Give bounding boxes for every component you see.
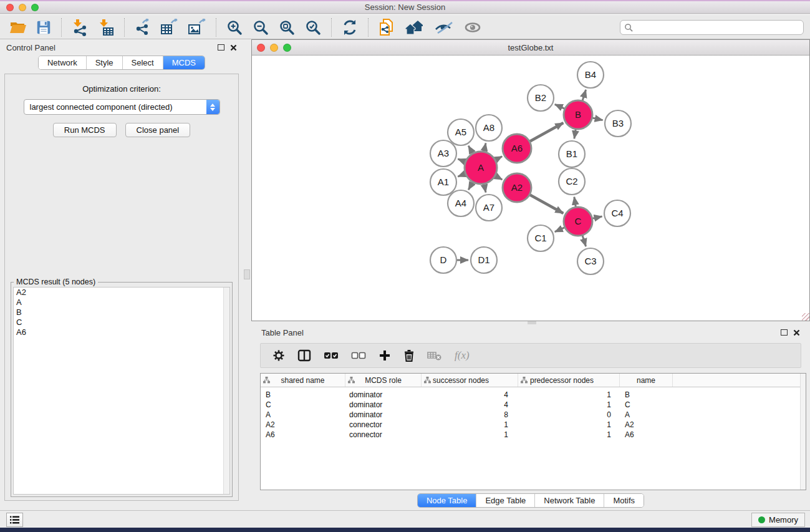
task-history-button[interactable] xyxy=(6,513,23,527)
table-cell: 4 xyxy=(422,390,518,399)
table-row[interactable]: Adominator80A xyxy=(261,410,806,420)
save-session-button[interactable] xyxy=(31,17,56,38)
graph-node-label-C4: C4 xyxy=(611,208,623,218)
graph-edge-A-A4[interactable] xyxy=(468,183,473,190)
clone-network-button[interactable] xyxy=(374,17,400,38)
column-header-shared-name[interactable]: shared name xyxy=(261,374,345,387)
network-canvas[interactable]: AA6A2BCA1A3A5A8A4A7B1B2B3B4C1C2C3C4DD1 xyxy=(252,56,809,321)
list-item[interactable]: A2 xyxy=(14,288,229,297)
graph-edge-C-C3[interactable] xyxy=(582,236,586,246)
tab-motifs[interactable]: Motifs xyxy=(604,494,644,507)
graph-edge-B-B4[interactable] xyxy=(582,90,586,100)
graph-edge-B-B1[interactable] xyxy=(574,130,576,139)
gear-icon xyxy=(272,349,285,362)
memory-button[interactable]: Memory xyxy=(751,513,805,527)
graph-edge-C-C2[interactable] xyxy=(574,197,576,207)
table-row[interactable]: Cdominator41C xyxy=(261,400,806,410)
network-frame: testGlobe.txt AA6A2BCA1A3A5A8A4A7B1B2B3B… xyxy=(251,39,810,321)
graph-edge-A-A1[interactable] xyxy=(458,174,465,177)
tab-edge-table[interactable]: Edge Table xyxy=(476,494,534,507)
float-panel-icon[interactable] xyxy=(781,329,788,336)
eye-slash-icon xyxy=(434,19,454,36)
import-table-button[interactable] xyxy=(93,17,119,38)
import-network-button[interactable] xyxy=(67,17,93,38)
zoom-in-button[interactable] xyxy=(221,17,248,38)
export-image-button[interactable] xyxy=(183,17,211,38)
left-splitter-handle[interactable] xyxy=(244,269,250,279)
table-row[interactable]: A2connector11A2 xyxy=(261,420,806,430)
tab-network[interactable]: Network xyxy=(39,56,86,69)
graph-node-label-C3: C3 xyxy=(584,256,596,266)
show-all-button[interactable] xyxy=(458,17,487,38)
graph-edge-A-A2[interactable] xyxy=(496,176,503,180)
home-button[interactable] xyxy=(400,17,430,38)
table-scrollbar[interactable] xyxy=(800,374,806,490)
hide-selected-button[interactable] xyxy=(430,17,458,38)
graph-node-label-C2: C2 xyxy=(566,176,577,186)
graph-edge-A-A5[interactable] xyxy=(468,146,473,153)
graph-edge-C-C1[interactable] xyxy=(555,228,564,232)
deselect-all-columns-button[interactable] xyxy=(347,346,370,365)
graph-edge-A2-C[interactable] xyxy=(530,195,563,213)
graph-edge-A-A3[interactable] xyxy=(458,159,465,162)
close-panel-button[interactable]: Close panel xyxy=(125,123,191,137)
zoom-fit-button[interactable] xyxy=(274,17,300,38)
column-header-mcds-role[interactable]: MCDS role xyxy=(345,374,422,387)
tab-style[interactable]: Style xyxy=(86,56,122,69)
network-graph[interactable]: AA6A2BCA1A3A5A8A4A7B1B2B3B4C1C2C3C4DD1 xyxy=(252,56,809,321)
graph-node-label-B: B xyxy=(575,109,581,120)
list-item[interactable]: C xyxy=(14,317,229,327)
list-item[interactable]: B xyxy=(14,307,229,317)
run-mcds-button[interactable]: Run MCDS xyxy=(53,123,117,137)
eye-icon xyxy=(463,19,483,36)
float-panel-icon[interactable] xyxy=(218,44,224,51)
export-table-button[interactable] xyxy=(156,17,183,38)
graph-edge-A-A7[interactable] xyxy=(484,184,486,192)
network-frame-titlebar[interactable]: testGlobe.txt xyxy=(252,40,809,56)
search-input[interactable] xyxy=(634,23,803,32)
table-row[interactable]: A6connector11A6 xyxy=(261,430,806,440)
show-columns-button[interactable] xyxy=(293,346,316,365)
column-header-filler xyxy=(673,374,806,387)
open-session-button[interactable] xyxy=(5,17,31,38)
list-item[interactable]: A6 xyxy=(14,327,229,337)
table-cell: 1 xyxy=(422,420,518,429)
graph-edge-C-C4[interactable] xyxy=(593,216,602,218)
open-folder-icon xyxy=(9,19,27,36)
table-settings-button[interactable] xyxy=(268,346,289,365)
delete-table-button[interactable] xyxy=(423,346,446,365)
graph-edge-A-A6[interactable] xyxy=(496,157,502,160)
mcds-result-list[interactable]: A2ABCA6 xyxy=(13,287,230,495)
table-row[interactable]: Bdominator41B xyxy=(261,390,806,400)
graph-node-label-A1: A1 xyxy=(438,177,449,187)
graph-edge-B-B2[interactable] xyxy=(555,104,564,109)
create-column-button[interactable] xyxy=(374,346,395,365)
column-header-successor-nodes[interactable]: successor nodes xyxy=(422,374,518,387)
list-scrollbar[interactable] xyxy=(223,288,229,494)
refresh-layout-button[interactable] xyxy=(337,17,363,38)
delete-column-button[interactable] xyxy=(399,346,419,365)
function-builder-button[interactable]: f(x) xyxy=(450,346,474,365)
tab-select[interactable]: Select xyxy=(122,56,163,69)
graph-edge-A-A8[interactable] xyxy=(484,143,486,151)
close-panel-icon[interactable] xyxy=(793,329,800,336)
column-header-name[interactable]: name xyxy=(620,374,673,387)
clone-network-icon xyxy=(378,18,395,37)
frame-resize-grip[interactable] xyxy=(802,313,809,321)
search-field[interactable] xyxy=(620,20,804,35)
list-item[interactable]: A xyxy=(14,297,229,307)
criterion-dropdown[interactable]: largest connected component (directed) xyxy=(24,99,220,115)
columns-icon xyxy=(297,349,311,362)
zoom-selected-button[interactable] xyxy=(300,17,326,38)
zoom-out-button[interactable] xyxy=(248,17,274,38)
export-network-button[interactable] xyxy=(130,17,156,38)
tab-mcds[interactable]: MCDS xyxy=(163,56,205,69)
graph-edge-B-B3[interactable] xyxy=(592,118,602,120)
column-header-predecessor-nodes[interactable]: predecessor nodes xyxy=(518,374,620,387)
graph-edge-A6-B[interactable] xyxy=(530,123,563,141)
refresh-icon xyxy=(341,19,359,36)
tab-network-table[interactable]: Network Table xyxy=(534,494,604,507)
close-panel-icon[interactable] xyxy=(230,44,237,51)
tab-node-table[interactable]: Node Table xyxy=(418,494,476,507)
select-all-columns-button[interactable] xyxy=(319,346,343,365)
